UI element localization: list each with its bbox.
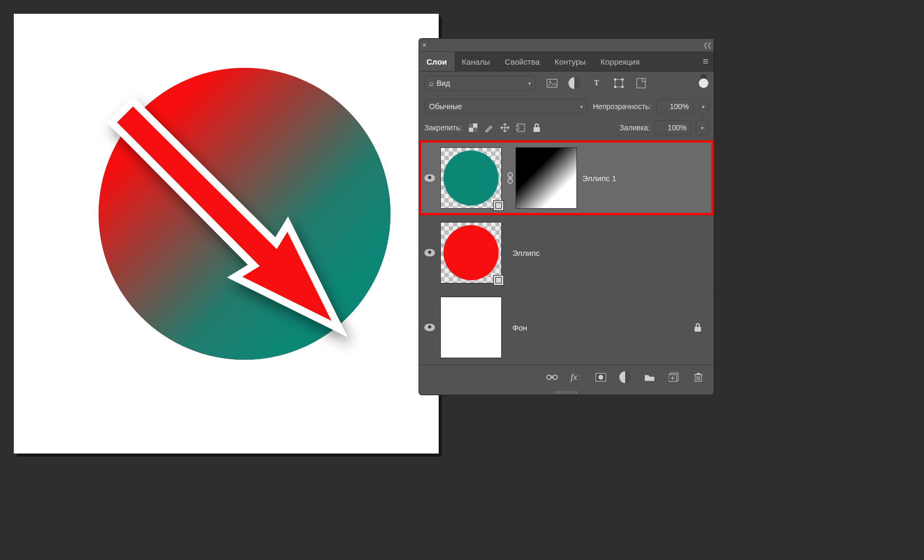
fill-label: Заливка:	[619, 123, 650, 132]
shape-badge-icon	[493, 200, 504, 211]
svg-rect-8	[621, 86, 624, 88]
group-icon[interactable]	[644, 371, 655, 383]
opacity-stepper[interactable]: ▾	[699, 99, 708, 114]
eye-icon	[424, 324, 435, 331]
lock-transparency-icon[interactable]	[467, 122, 479, 134]
svg-rect-14	[516, 126, 519, 129]
opacity-value-text: 100%	[670, 102, 689, 111]
svg-rect-15	[534, 127, 540, 132]
panel-footer: fxˇ	[419, 365, 714, 389]
fill-stepper[interactable]: ▾	[696, 120, 708, 135]
trash-icon[interactable]	[692, 371, 704, 383]
svg-rect-7	[614, 86, 616, 88]
svg-rect-6	[621, 78, 624, 81]
lock-icon[interactable]	[694, 323, 702, 332]
panel-tabs: Слои Каналы Свойства Контуры Коррекция ≡	[419, 52, 714, 72]
type-filter-icon[interactable]: T	[591, 77, 602, 89]
image-filter-icon[interactable]	[546, 77, 558, 89]
shape-filter-icon[interactable]	[613, 77, 625, 89]
svg-rect-19	[695, 327, 701, 332]
mask-icon[interactable]	[595, 371, 607, 383]
svg-rect-11	[469, 123, 473, 128]
layer-row[interactable]: Эллипс	[419, 215, 714, 290]
lock-position-icon[interactable]	[499, 122, 511, 134]
lock-all-icon[interactable]	[531, 122, 543, 134]
opacity-value[interactable]: 100%	[656, 99, 694, 114]
svg-point-3	[549, 81, 551, 83]
layer-mask-thumbnail[interactable]	[516, 147, 577, 209]
thumb-shape	[443, 225, 499, 280]
tab-label: Свойства	[505, 57, 540, 66]
layer-thumbnail[interactable]	[440, 147, 502, 209]
visibility-toggle[interactable]	[422, 249, 437, 256]
svg-rect-12	[473, 128, 477, 132]
blend-mode-select[interactable]: Обычные ▾	[424, 99, 588, 114]
smartobj-filter-icon[interactable]	[635, 77, 647, 89]
layer-row[interactable]: Эллипс 1	[419, 140, 714, 215]
svg-marker-1	[112, 101, 340, 329]
layers-list: Эллипс 1 Эллипс Фон	[419, 140, 714, 365]
layer-name: Эллипс	[512, 248, 540, 257]
lock-artboard-icon[interactable]	[515, 122, 527, 134]
thumb-shape	[443, 150, 499, 206]
panel-menu-icon[interactable]: ≡	[697, 52, 714, 71]
svg-rect-9	[637, 78, 645, 88]
close-icon[interactable]: ×	[422, 41, 427, 49]
resize-grip[interactable]	[419, 389, 714, 395]
chevron-down-icon: ▾	[528, 81, 531, 86]
eye-icon	[424, 249, 435, 256]
layer-row[interactable]: Фон	[419, 290, 714, 365]
layer-thumbnail[interactable]	[440, 297, 502, 358]
tab-label: Каналы	[462, 57, 490, 66]
blend-opacity-row: Обычные ▾ Непрозрачность: 100% ▾	[419, 95, 714, 118]
chevron-down-icon: ▾	[580, 104, 583, 110]
filter-type-select[interactable]: ⌕ Вид ▾	[424, 76, 536, 91]
tab-paths[interactable]: Контуры	[547, 52, 593, 71]
layer-filter-row: ⌕ Вид ▾ T	[419, 72, 714, 95]
visibility-toggle[interactable]	[422, 174, 437, 182]
panel-titlebar: × ❮❮	[419, 39, 714, 52]
layer-thumbnail[interactable]	[440, 222, 502, 283]
lock-row: Закрепить: Заливка: 100% ▾	[419, 118, 714, 140]
tab-properties[interactable]: Свойства	[497, 52, 547, 71]
tab-label: Контуры	[555, 57, 586, 66]
annotation-arrow	[106, 96, 356, 345]
tab-adjustments[interactable]: Коррекция	[593, 52, 647, 71]
adjustment-icon[interactable]	[619, 371, 631, 383]
fx-icon[interactable]: fxˇ	[571, 371, 582, 383]
filter-type-label: Вид	[437, 79, 450, 87]
collapse-icon[interactable]: ❮❮	[703, 41, 710, 49]
shape-badge-icon	[493, 275, 504, 286]
lock-paint-icon[interactable]	[483, 122, 495, 134]
lock-label: Закрепить:	[424, 123, 462, 132]
tab-label: Слои	[427, 57, 447, 66]
adjustment-filter-icon[interactable]	[568, 77, 580, 89]
tab-label: Коррекция	[601, 57, 640, 66]
visibility-toggle[interactable]	[422, 324, 437, 331]
filter-toggle-switch[interactable]	[699, 78, 708, 88]
fill-value-text: 100%	[668, 123, 687, 132]
tab-layers[interactable]: Слои	[419, 52, 455, 71]
svg-point-24	[599, 375, 603, 380]
layer-name: Фон	[512, 323, 527, 332]
layers-panel: × ❮❮ Слои Каналы Свойства Контуры Коррек…	[419, 38, 714, 395]
link-icon[interactable]	[546, 371, 558, 383]
new-layer-icon[interactable]	[668, 371, 680, 383]
opacity-label: Непрозрачность:	[593, 102, 651, 111]
mask-link-icon[interactable]	[505, 172, 516, 184]
search-icon: ⌕	[429, 79, 433, 87]
layer-name: Эллипс 1	[582, 174, 616, 183]
svg-rect-5	[614, 78, 616, 81]
svg-rect-4	[615, 79, 623, 87]
eye-icon	[424, 174, 435, 182]
tab-channels[interactable]: Каналы	[455, 52, 497, 71]
fill-value[interactable]: 100%	[654, 120, 691, 135]
document-canvas[interactable]	[14, 14, 439, 454]
blend-mode-value: Обычные	[429, 102, 462, 111]
